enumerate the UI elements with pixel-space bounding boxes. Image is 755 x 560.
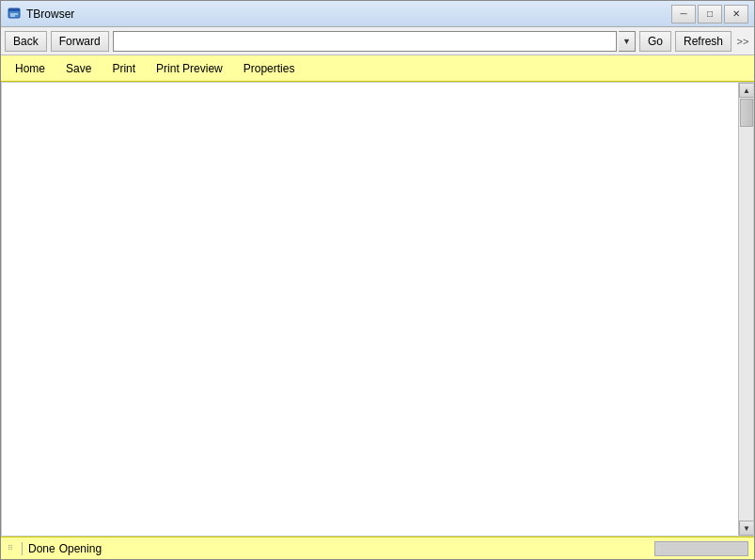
save-button[interactable]: Save — [55, 58, 102, 79]
url-dropdown-button[interactable]: ▼ — [619, 31, 636, 52]
print-preview-button[interactable]: Print Preview — [146, 58, 233, 79]
url-bar-container: ▼ — [113, 31, 636, 52]
toolbar: Home Save Print Print Preview Properties — [1, 55, 754, 82]
status-separator-left — [22, 542, 23, 555]
properties-button[interactable]: Properties — [233, 58, 306, 79]
status-secondary-text: Opening — [59, 542, 102, 555]
window-title: TBrowser — [26, 8, 671, 21]
refresh-button[interactable]: Refresh — [675, 31, 731, 52]
scroll-down-button[interactable]: ▼ — [739, 521, 754, 536]
url-input[interactable] — [113, 31, 617, 52]
nav-bar: Back Forward ▼ Go Refresh >> — [1, 27, 754, 55]
scroll-up-button[interactable]: ▲ — [739, 83, 754, 98]
close-button[interactable]: ✕ — [724, 5, 748, 23]
home-button[interactable]: Home — [5, 58, 55, 79]
status-left: ⠿ Done Opening — [5, 542, 654, 555]
progress-bar — [654, 541, 748, 556]
minimize-button[interactable]: ─ — [671, 5, 696, 23]
content-area: ▲ ▼ — [1, 82, 754, 537]
title-buttons: ─ □ ✕ — [671, 5, 748, 23]
maximize-button[interactable]: □ — [698, 5, 722, 23]
expand-button[interactable]: >> — [735, 31, 750, 52]
vertical-scrollbar[interactable]: ▲ ▼ — [738, 83, 753, 536]
gripper-icon: ⠿ — [5, 543, 16, 554]
go-button[interactable]: Go — [639, 31, 671, 52]
status-bar: ⠿ Done Opening — [1, 537, 754, 559]
title-bar: TBrowser ─ □ ✕ — [1, 1, 754, 27]
scroll-thumb[interactable] — [740, 99, 753, 127]
scroll-track[interactable] — [739, 98, 753, 521]
status-done-text: Done — [28, 542, 55, 555]
main-window: TBrowser ─ □ ✕ Back Forward ▼ Go Refresh… — [0, 0, 755, 560]
content-main[interactable] — [2, 83, 738, 536]
print-button[interactable]: Print — [102, 58, 146, 79]
svg-rect-1 — [8, 8, 20, 11]
forward-button[interactable]: Forward — [51, 31, 109, 52]
app-icon — [7, 7, 22, 22]
back-button[interactable]: Back — [5, 31, 47, 52]
